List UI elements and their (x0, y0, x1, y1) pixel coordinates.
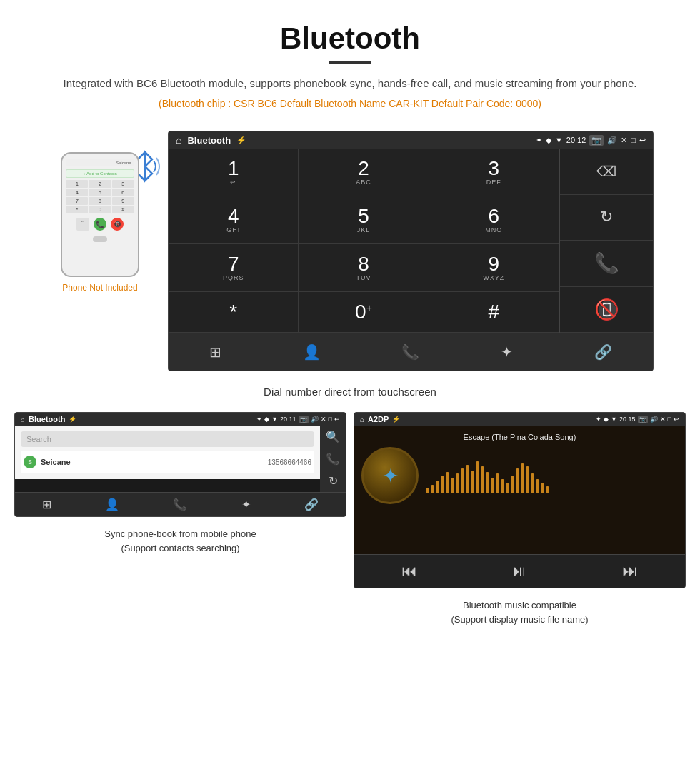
dialpad-area: 1↩ 2ABC 3DEF 4GHI 5JKL 6MNO (169, 149, 653, 333)
key-3[interactable]: 3DEF (429, 149, 559, 196)
call-side-icon[interactable]: 📞 (326, 452, 340, 466)
status-bar: ⌂ Bluetooth ⚡ ✦ ◆ ▼ 20:12 📷 🔊 ✕ □ ↩ (169, 131, 653, 149)
phonebook-bottom-bar: ⊞ 👤 📞 ✦ 🔗 (15, 492, 346, 516)
wave-bar (496, 473, 499, 493)
search-bar[interactable]: Search (21, 431, 314, 447)
wave-bar (441, 476, 444, 493)
wave-bar (481, 466, 484, 493)
wave-bar (476, 461, 479, 493)
wave-bar (471, 471, 474, 493)
wave-bar (466, 465, 469, 493)
volume-icon: 🔊 (607, 136, 617, 145)
pb-bt-bottom-icon[interactable]: ✦ (241, 498, 251, 511)
music-panel: ⌂ A2DP ⚡ ✦ ◆ ▼ 20:15 📷 🔊 ✕ □ ↩ (354, 412, 686, 629)
pb-contacts-icon[interactable]: 👤 (105, 498, 119, 511)
wave-bar (426, 488, 429, 493)
bluetooth-icon[interactable]: ✦ (494, 341, 520, 363)
key-2[interactable]: 2ABC (299, 149, 429, 196)
description: Integrated with BC6 Bluetooth module, su… (14, 75, 686, 92)
end-call-icon: 📵 (594, 298, 619, 321)
end-call-cell[interactable]: 📵 (560, 287, 653, 333)
music-camera-icon: 📷 (638, 416, 648, 423)
bt-icon: ✦ (536, 136, 542, 145)
phone-body: Seicane + Add to Contacts 1 2 3 4 5 6 7 … (61, 152, 139, 277)
grid-icon[interactable]: ⊞ (202, 341, 229, 363)
wave-bar (436, 481, 439, 493)
wave-bar (536, 479, 539, 493)
dial-side-panel: ⌫ ↻ 📞 📵 (560, 149, 653, 333)
search-side-icon[interactable]: 🔍 (326, 430, 340, 443)
bottom-nav-bar: ⊞ 👤 📞 ✦ 🔗 (169, 333, 653, 371)
call-button-icon: 📞 (594, 251, 619, 275)
contacts-icon[interactable]: 👤 (296, 341, 328, 363)
status-left: ⌂ Bluetooth ⚡ (176, 134, 246, 146)
waveform (426, 458, 678, 493)
bottom-panels: ⌂ Bluetooth ⚡ ✦ ◆ ▼ 20:11 📷 🔊 ✕ □ ↩ (0, 412, 700, 650)
dialpad-grid: 1↩ 2ABC 3DEF 4GHI 5JKL 6MNO (169, 149, 560, 333)
music-location-icon: ◆ (604, 416, 609, 423)
key-7[interactable]: 7PQRS (169, 244, 299, 292)
wave-bar (451, 478, 454, 493)
wave-bar (541, 483, 544, 493)
title-underline (329, 61, 371, 64)
prev-track-icon[interactable]: ⏮ (401, 562, 417, 581)
home-icon[interactable]: ⌂ (176, 134, 181, 146)
next-track-icon[interactable]: ⏭ (622, 562, 638, 581)
pb-time: 20:11 (280, 416, 296, 423)
play-pause-icon[interactable]: ⏯ (511, 562, 527, 581)
waveform-area (426, 458, 678, 493)
music-vol-icon: 🔊 (650, 416, 658, 423)
wave-bar (456, 473, 459, 493)
key-9[interactable]: 9WXYZ (429, 244, 559, 292)
backspace-icon: ⌫ (596, 163, 616, 180)
specs-line: (Bluetooth chip : CSR BC6 Default Blueto… (14, 98, 686, 109)
phone-icon[interactable]: 📞 (394, 341, 426, 363)
music-screen: ⌂ A2DP ⚡ ✦ ◆ ▼ 20:15 📷 🔊 ✕ □ ↩ (354, 412, 686, 588)
wave-bar (491, 478, 494, 493)
phonebook-status-bar: ⌂ Bluetooth ⚡ ✦ ◆ ▼ 20:11 📷 🔊 ✕ □ ↩ (15, 413, 346, 426)
back-icon: ↩ (639, 136, 646, 145)
refresh-cell[interactable]: ↻ (560, 195, 653, 241)
music-body: ✦ (361, 447, 678, 504)
signal-icon: ▼ (555, 136, 563, 144)
music-bt-icon: ✦ (596, 416, 601, 423)
refresh-side-icon[interactable]: ↻ (329, 474, 338, 488)
contact-row: S Seicane 13566664466 (21, 451, 314, 473)
link-icon[interactable]: 🔗 (587, 341, 619, 363)
wave-bar (531, 473, 534, 493)
music-window-icon: □ (668, 416, 671, 423)
music-caption: Bluetooth music compatible (Support disp… (444, 595, 595, 629)
pb-link-icon[interactable]: 🔗 (304, 498, 319, 511)
refresh-icon: ↻ (600, 208, 613, 226)
key-5[interactable]: 5JKL (299, 196, 429, 244)
key-4[interactable]: 4GHI (169, 196, 299, 244)
key-6[interactable]: 6MNO (429, 196, 559, 244)
wave-bar (431, 485, 434, 493)
wave-bar (506, 483, 509, 493)
key-8[interactable]: 8TUV (299, 244, 429, 292)
wave-bar (486, 472, 489, 493)
phonebook-main: Search S Seicane 13566664466 (15, 426, 320, 492)
music-back-icon: ↩ (674, 416, 679, 423)
music-close-icon: ✕ (660, 416, 666, 423)
pb-grid-icon[interactable]: ⊞ (42, 498, 51, 511)
key-1[interactable]: 1↩ (169, 149, 299, 196)
pb-usb-icon: ⚡ (69, 416, 76, 423)
backspace-cell[interactable]: ⌫ (560, 149, 653, 195)
main-content-row: Seicane + Add to Contacts 1 2 3 4 5 6 7 … (0, 131, 700, 371)
key-0[interactable]: 0+ (299, 292, 429, 333)
music-content: Escape (The Pina Colada Song) ✦ (354, 426, 685, 554)
call-button-cell[interactable]: 📞 (560, 241, 653, 287)
phonebook-screen: ⌂ Bluetooth ⚡ ✦ ◆ ▼ 20:11 📷 🔊 ✕ □ ↩ (14, 412, 346, 517)
pb-phone-icon[interactable]: 📞 (173, 498, 187, 511)
wave-bar (501, 479, 504, 493)
wave-bar (461, 468, 464, 493)
key-star[interactable]: * (169, 292, 299, 333)
phonebook-caption: Sync phone-book from mobile phone (Suppo… (97, 524, 263, 558)
pb-back-icon: ↩ (334, 416, 340, 423)
music-time: 20:15 (619, 416, 636, 423)
camera-icon: 📷 (589, 135, 604, 146)
key-hash[interactable]: # (429, 292, 559, 333)
pb-signal-icon: ▼ (271, 416, 278, 423)
pb-vol-icon: 🔊 (311, 416, 319, 423)
